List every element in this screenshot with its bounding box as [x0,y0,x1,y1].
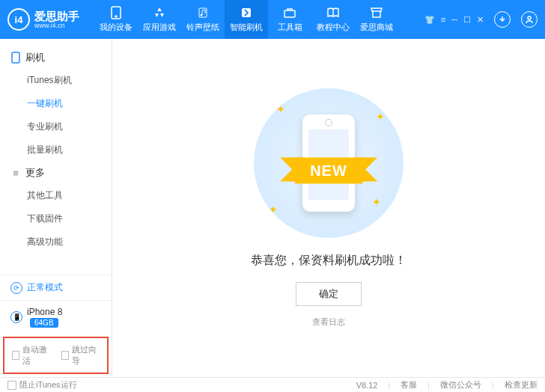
checkbox-icon [7,381,16,390]
minimize-icon[interactable]: ─ [451,15,457,24]
group-title: 刷机 [25,51,45,64]
wechat-link[interactable]: 微信公众号 [440,379,481,391]
nav-tutorial[interactable]: 教程中心 [311,0,355,39]
nav-label: 铃声壁纸 [186,22,219,33]
check-label: 阻止iTunes运行 [19,379,77,391]
flash-icon [240,6,253,19]
close-icon[interactable]: ✕ [477,15,484,25]
titlebar: i4 爱思助手 www.i4.cn 我的设备 应用游戏 铃声壁纸 智能刷机 工具… [0,0,545,39]
nav-label: 应用游戏 [143,22,176,33]
new-ribbon: NEW [295,158,362,184]
success-illustration: ✦ ✦ ✦ ✦ NEW [254,88,404,238]
more-icon: ≡ [10,168,21,178]
nav-flash[interactable]: 智能刷机 [225,0,268,39]
svg-rect-7 [12,52,19,63]
book-icon [326,6,340,19]
view-log-link[interactable]: 查看日志 [312,316,345,328]
check-label: 自动激活 [22,344,50,367]
apps-icon [153,6,166,19]
sidebar-item-oneclick[interactable]: 一键刷机 [0,92,112,115]
options-row: 自动激活 跳过向导 [3,337,109,374]
nav-device[interactable]: 我的设备 [94,0,138,39]
toolbox-icon [283,6,296,19]
phone-icon [109,6,123,19]
app-logo: i4 爱思助手 www.i4.cn [7,8,79,31]
nav-shop[interactable]: 爱思商城 [355,0,398,39]
brand-url: www.i4.cn [34,22,79,29]
phone-outline-icon [10,52,21,63]
skip-guide-check[interactable]: 跳过向导 [61,344,100,367]
svg-rect-5 [284,10,295,17]
nav-label: 爱思商城 [360,22,393,33]
nav-tools[interactable]: 工具箱 [268,0,311,39]
sidebar-item-advanced[interactable]: 高级功能 [0,230,112,254]
top-nav: 我的设备 应用游戏 铃声壁纸 智能刷机 工具箱 教程中心 爱思商城 [94,0,424,39]
sidebar: 刷机 iTunes刷机 一键刷机 专业刷机 批量刷机 ≡ 更多 其他工具 下载固… [0,39,112,377]
checkbox-icon [12,351,19,360]
refresh-icon: ⟳ [10,282,22,294]
device-mode[interactable]: ⟳ 正常模式 [0,275,112,300]
sidebar-item-download[interactable]: 下载固件 [0,207,112,230]
maximize-icon[interactable]: ☐ [463,15,471,25]
svg-rect-4 [242,8,251,17]
user-button[interactable] [521,11,538,28]
sparkle-icon: ✦ [376,111,385,123]
sidebar-group-flash: 刷机 [0,46,112,69]
mode-label: 正常模式 [27,281,63,294]
window-controls: 👕 ≡ ─ ☐ ✕ [424,11,538,28]
sidebar-item-batch[interactable]: 批量刷机 [0,138,112,162]
sparkle-icon: ✦ [269,203,278,215]
nav-label: 我的设备 [100,22,133,33]
success-message: 恭喜您，保资料刷机成功啦！ [251,253,407,269]
sidebar-group-more: ≡ 更多 [0,162,112,184]
version-label: V8.12 [356,381,378,390]
sparkle-icon: ✦ [276,103,285,115]
music-icon [196,6,210,19]
support-link[interactable]: 客服 [401,379,417,391]
main-content: ✦ ✦ ✦ ✦ NEW 恭喜您，保资料刷机成功啦！ 确定 查看日志 [112,39,545,377]
device-info[interactable]: 📱 iPhone 8 64GB [0,300,112,334]
check-label: 跳过向导 [72,344,100,367]
nav-ringtone[interactable]: 铃声壁纸 [181,0,225,39]
device-icon: 📱 [10,311,22,323]
shop-icon [370,6,383,19]
download-button[interactable] [494,11,511,28]
auto-activate-check[interactable]: 自动激活 [12,344,51,367]
status-bar: 阻止iTunes运行 V8.12 | 客服 | 微信公众号 | 检查更新 [0,377,545,392]
group-title: 更多 [25,166,45,180]
skin-icon[interactable]: 👕 [424,15,435,25]
sparkle-icon: ✦ [372,196,381,208]
nav-apps[interactable]: 应用游戏 [138,0,181,39]
svg-point-6 [528,16,531,19]
sidebar-item-other[interactable]: 其他工具 [0,184,112,207]
sidebar-item-itunes[interactable]: iTunes刷机 [0,69,112,92]
ok-button[interactable]: 确定 [296,282,362,306]
sidebar-item-pro[interactable]: 专业刷机 [0,115,112,138]
nav-label: 工具箱 [278,22,302,33]
storage-badge: 64GB [30,318,58,328]
menu-icon[interactable]: ≡ [441,15,445,24]
update-link[interactable]: 检查更新 [505,379,538,391]
logo-icon: i4 [7,8,30,31]
svg-point-1 [115,16,117,17]
block-itunes-check[interactable]: 阻止iTunes运行 [7,379,77,391]
nav-label: 教程中心 [317,22,350,33]
brand-name: 爱思助手 [34,10,79,22]
nav-label: 智能刷机 [230,22,263,33]
checkbox-icon [61,351,69,360]
device-name: iPhone 8 [27,307,62,317]
